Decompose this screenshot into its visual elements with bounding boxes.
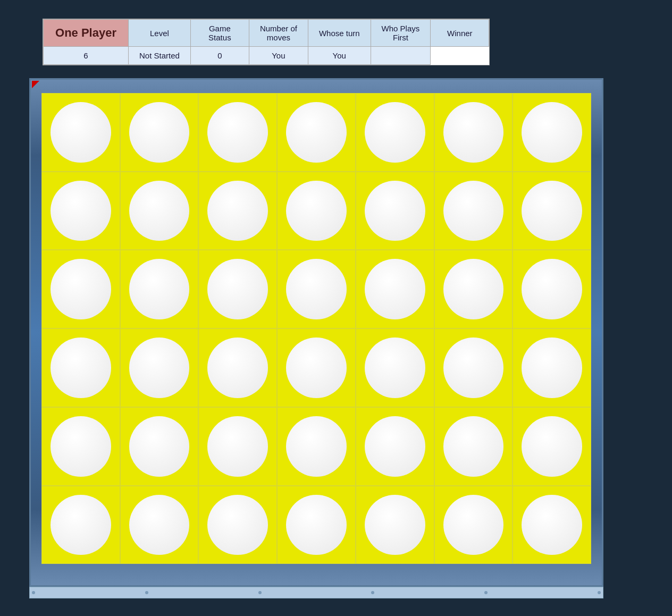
game-cell[interactable] bbox=[513, 93, 591, 172]
game-cell[interactable] bbox=[277, 250, 356, 328]
game-cell[interactable] bbox=[513, 328, 591, 407]
red-corner-indicator bbox=[32, 81, 39, 88]
game-cell[interactable] bbox=[41, 172, 120, 250]
game-cell[interactable] bbox=[434, 250, 513, 328]
game-cell[interactable] bbox=[277, 328, 356, 407]
game-cell[interactable] bbox=[513, 407, 591, 486]
info-table: One Player Level GameStatus Number ofmov… bbox=[43, 19, 489, 65]
game-status-header: GameStatus bbox=[190, 20, 249, 47]
game-cell[interactable] bbox=[120, 407, 199, 486]
scroll-dot-3 bbox=[258, 591, 262, 594]
game-cell[interactable] bbox=[120, 93, 199, 172]
game-cell[interactable] bbox=[356, 407, 434, 486]
game-cell[interactable] bbox=[277, 93, 356, 172]
game-cell[interactable] bbox=[120, 250, 199, 328]
bottom-scrollbar[interactable] bbox=[29, 587, 603, 598]
who-plays-first-header: Who PlaysFirst bbox=[371, 20, 431, 47]
game-cell[interactable] bbox=[41, 250, 120, 328]
game-cell[interactable] bbox=[277, 172, 356, 250]
scroll-dot-left bbox=[32, 591, 35, 594]
scroll-dot-4 bbox=[371, 591, 374, 594]
game-cell[interactable] bbox=[120, 486, 199, 564]
number-of-moves-value: 0 bbox=[190, 47, 249, 65]
game-cell[interactable] bbox=[41, 328, 120, 407]
winner-header: Winner bbox=[431, 20, 489, 47]
game-cell[interactable] bbox=[120, 172, 199, 250]
game-cell[interactable] bbox=[277, 407, 356, 486]
game-cell[interactable] bbox=[277, 486, 356, 564]
game-cell[interactable] bbox=[356, 172, 434, 250]
game-status-value: Not Started bbox=[129, 47, 191, 65]
game-cell[interactable] bbox=[198, 250, 277, 328]
game-cell[interactable] bbox=[434, 486, 513, 564]
game-cell[interactable] bbox=[434, 172, 513, 250]
game-cell[interactable] bbox=[513, 172, 591, 250]
game-cell[interactable] bbox=[198, 172, 277, 250]
scroll-dot-5 bbox=[484, 591, 488, 594]
level-header: Level bbox=[129, 20, 191, 47]
scroll-dot-2 bbox=[145, 591, 148, 594]
game-cell[interactable] bbox=[120, 328, 199, 407]
game-cell[interactable] bbox=[41, 486, 120, 564]
number-of-moves-header: Number ofmoves bbox=[249, 20, 308, 47]
game-cell[interactable] bbox=[198, 486, 277, 564]
game-cell[interactable] bbox=[356, 328, 434, 407]
whose-turn-value: You bbox=[249, 47, 308, 65]
game-cell[interactable] bbox=[198, 93, 277, 172]
game-board-wrapper bbox=[29, 78, 603, 587]
game-cell[interactable] bbox=[434, 407, 513, 486]
game-cell[interactable] bbox=[356, 93, 434, 172]
scroll-dot-right bbox=[598, 591, 601, 594]
game-cell[interactable] bbox=[356, 486, 434, 564]
game-cell[interactable] bbox=[434, 93, 513, 172]
winner-value bbox=[371, 47, 431, 65]
game-cell[interactable] bbox=[198, 407, 277, 486]
who-plays-first-value: You bbox=[308, 47, 371, 65]
game-cell[interactable] bbox=[198, 328, 277, 407]
game-cell[interactable] bbox=[41, 407, 120, 486]
game-cell[interactable] bbox=[513, 250, 591, 328]
level-value: 6 bbox=[44, 47, 129, 65]
game-cell[interactable] bbox=[356, 250, 434, 328]
game-grid[interactable] bbox=[41, 93, 591, 564]
game-cell[interactable] bbox=[41, 93, 120, 172]
one-player-header: One Player bbox=[44, 20, 129, 47]
info-table-wrapper: One Player Level GameStatus Number ofmov… bbox=[43, 19, 490, 65]
game-cell[interactable] bbox=[513, 486, 591, 564]
whose-turn-header: Whose turn bbox=[308, 20, 371, 47]
game-cell[interactable] bbox=[434, 328, 513, 407]
